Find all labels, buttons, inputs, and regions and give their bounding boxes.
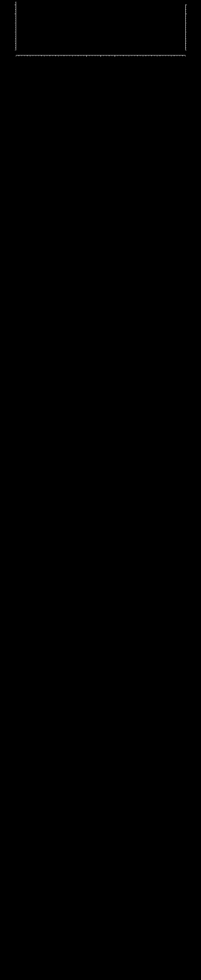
- axis-lines: [14, 2, 187, 57]
- axes-svg: [0, 0, 201, 67]
- spectrogram-panel: [0, 0, 201, 67]
- spectrogram-figure: [0, 0, 201, 980]
